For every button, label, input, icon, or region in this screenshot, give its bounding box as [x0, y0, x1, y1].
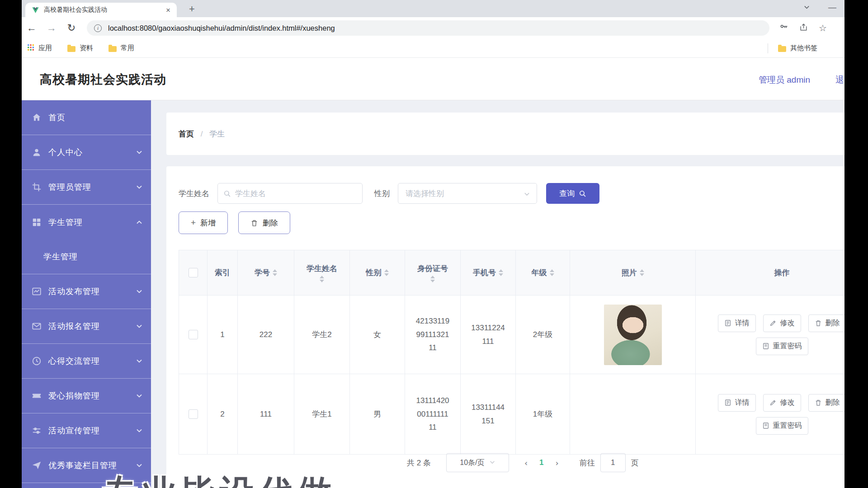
bookmark-folder-changyong[interactable]: 常用 — [108, 44, 134, 52]
tab-search-chevron-icon[interactable] — [803, 4, 810, 12]
header-phone[interactable]: 手机号 — [461, 250, 516, 296]
sidebar-item-admin-management[interactable]: 管理员管理 — [22, 170, 151, 205]
watermark-text: 专业毕设代做 — [103, 470, 336, 488]
header-student-no[interactable]: 学号 — [238, 250, 294, 296]
minimize-button[interactable]: — — [828, 3, 836, 12]
new-tab-button[interactable]: + — [184, 2, 199, 16]
other-bookmarks[interactable]: 其他书签 — [778, 44, 817, 52]
row-checkbox[interactable] — [189, 409, 198, 419]
chevron-down-icon — [136, 357, 143, 365]
apps-grid-icon — [27, 44, 34, 52]
pencil-icon — [769, 319, 777, 327]
chevron-down-icon — [136, 462, 143, 469]
name-filter-label: 学生姓名 — [179, 188, 209, 199]
next-page-icon[interactable]: › — [556, 458, 559, 468]
prev-page-icon[interactable]: ‹ — [524, 458, 528, 468]
sidebar-item-student-management[interactable]: 学生管理 — [22, 205, 151, 239]
sidebar-item-home[interactable]: 首页 — [22, 100, 151, 135]
search-icon — [223, 190, 231, 199]
address-bar[interactable]: i localhost:8080/gaoxiaoshuqishehui/admi… — [87, 20, 769, 36]
forward-icon[interactable]: → — [42, 22, 61, 34]
header-name[interactable]: 学生姓名 — [294, 250, 350, 296]
delete-row-button[interactable]: 删除 — [808, 314, 846, 332]
current-page-number[interactable]: 1 — [539, 458, 543, 467]
tab-close-icon[interactable]: × — [164, 5, 172, 15]
header-select-all[interactable] — [179, 250, 208, 296]
pencil-icon — [769, 399, 777, 406]
student-photo[interactable] — [604, 384, 662, 445]
sort-carets[interactable] — [430, 276, 435, 282]
sidebar-item-donation-management[interactable]: 爱心捐物管理 — [22, 379, 151, 413]
sort-carets[interactable] — [384, 269, 389, 276]
url-text[interactable]: localhost:8080/gaoxiaoshuqishehui/admin/… — [108, 24, 335, 33]
cell-grade: 2年级 — [516, 296, 570, 374]
document-icon — [724, 319, 731, 327]
delete-row-button[interactable]: 删除 — [808, 394, 846, 412]
admin-user-label[interactable]: 管理员 admin — [759, 74, 810, 86]
name-filter-input[interactable]: 学生姓名 — [217, 183, 363, 204]
cell-phone: 13311224 111 — [461, 296, 516, 374]
query-button[interactable]: 查询 — [546, 183, 599, 204]
header-gender[interactable]: 性别 — [350, 250, 405, 296]
trash-icon — [815, 399, 822, 406]
delete-button-label: 删除 — [263, 218, 278, 228]
sort-carets[interactable] — [499, 269, 503, 276]
header-photo[interactable]: 照片 — [570, 250, 696, 296]
site-info-icon[interactable]: i — [94, 24, 102, 32]
row-checkbox[interactable] — [189, 330, 198, 339]
bookmark-star-icon[interactable]: ☆ — [819, 23, 827, 33]
cell-phone: 13311144 151 — [461, 374, 516, 455]
breadcrumb-home[interactable]: 首页 — [179, 130, 194, 138]
sidebar-item-label: 心得交流管理 — [48, 356, 136, 366]
sort-carets[interactable] — [320, 276, 324, 282]
bookmarks-bar: 应用 资料 常用 其他书签 — [22, 39, 844, 58]
sort-carets[interactable] — [550, 269, 554, 276]
add-button[interactable]: + 新增 — [179, 211, 228, 234]
edit-button[interactable]: 修改 — [763, 314, 801, 332]
detail-button[interactable]: 详情 — [718, 394, 756, 412]
reset-password-button[interactable]: 重置密码 — [756, 338, 808, 355]
goto-page-input[interactable]: 1 — [600, 453, 626, 472]
sidebar-item-label: 爱心捐物管理 — [48, 390, 136, 401]
browser-tab[interactable]: 高校暑期社会实践活动 × — [25, 3, 177, 17]
gender-select[interactable]: 请选择性别 — [398, 183, 537, 204]
sidebar-subitem-student-management[interactable]: 学生管理 — [22, 239, 151, 274]
refresh-icon[interactable]: ↻ — [61, 22, 81, 34]
header-grade[interactable]: 年级 — [516, 250, 570, 296]
ticket-icon — [32, 391, 42, 401]
name-input-placeholder: 学生姓名 — [235, 188, 266, 199]
back-icon[interactable]: ← — [22, 22, 42, 34]
bookmark-folder-ziliao[interactable]: 资料 — [67, 44, 93, 52]
edit-button[interactable]: 修改 — [763, 394, 801, 412]
search-icon — [579, 190, 586, 197]
share-icon[interactable] — [799, 23, 808, 33]
logout-link[interactable]: 退 — [835, 74, 844, 86]
bookmark-label: 应用 — [38, 44, 52, 52]
folder-icon — [778, 46, 786, 52]
bookmark-apps[interactable]: 应用 — [27, 44, 52, 52]
page-size-select[interactable]: 10条/页 — [446, 453, 509, 472]
detail-button[interactable]: 详情 — [718, 314, 756, 332]
sidebar-item-signup-management[interactable]: 活动报名管理 — [22, 309, 151, 344]
trash-icon — [250, 219, 258, 227]
student-photo[interactable] — [604, 305, 662, 365]
delete-button[interactable]: 删除 — [238, 211, 290, 234]
chevron-down-icon — [136, 149, 143, 156]
sidebar-item-activity-publish[interactable]: 活动发布管理 — [22, 274, 151, 309]
sidebar-item-personal-center[interactable]: 个人中心 — [22, 135, 151, 170]
password-key-icon[interactable] — [779, 23, 788, 33]
tab-title: 高校暑期社会实践活动 — [44, 6, 164, 14]
cell-name: 学生1 — [294, 374, 350, 455]
sort-carets[interactable] — [273, 269, 277, 276]
app-header: 高校暑期社会实践活动 管理员 admin 退 — [22, 58, 844, 100]
sidebar-item-label: 活动宣传管理 — [48, 425, 136, 436]
sort-carets[interactable] — [640, 269, 644, 276]
sidebar-item-experience-exchange[interactable]: 心得交流管理 — [22, 344, 151, 379]
select-all-checkbox[interactable] — [189, 268, 198, 277]
sidebar-item-label: 个人中心 — [48, 147, 136, 158]
reset-password-button[interactable]: 重置密码 — [756, 417, 808, 435]
header-id-card[interactable]: 身份证号 — [405, 250, 461, 296]
sidebar-item-publicity-management[interactable]: 活动宣传管理 — [22, 413, 151, 448]
sliders-icon — [32, 426, 42, 436]
page-unit-label: 页 — [631, 458, 639, 468]
